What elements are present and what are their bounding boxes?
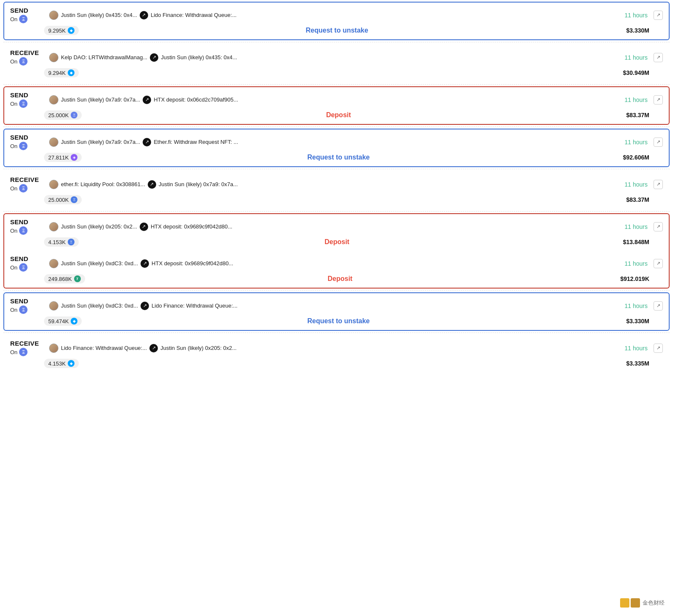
external-link-button[interactable]: ↗	[654, 344, 663, 353]
tx-usd-value: $3.330M	[626, 318, 649, 324]
tx-type-section: SEND On Ξ	[10, 218, 44, 235]
avatar	[49, 180, 58, 189]
tx-action-label: Request to unstake	[82, 317, 595, 325]
tx-type-section: SEND On Ξ	[10, 297, 44, 314]
tx-addresses: Justin Sun (likely) 0xdC3: 0xd... ↗ Lido…	[49, 301, 590, 311]
tx-usd-value: $92.606M	[623, 154, 649, 161]
tx-on-label: On Ξ	[10, 226, 44, 235]
network-eth-icon: Ξ	[19, 305, 28, 314]
tx-addresses: ether.fi: Liquidity Pool: 0x308861... ↗ …	[49, 180, 590, 189]
network-eth-icon: Ξ	[19, 184, 28, 192]
transaction-card: SEND On Ξ Justin Sun (likely) 0x205: 0x2…	[3, 213, 670, 251]
to-address: HTX deposit: 0x9689c9f042d80...	[151, 223, 232, 230]
tx-row-bottom: 9.295K◆ Request to unstake $3.330M	[10, 26, 663, 35]
tx-action-label: Deposit	[79, 238, 595, 246]
avatar	[49, 95, 58, 104]
tx-row-top: SEND On Ξ Justin Sun (likely) 0x7a9: 0x7…	[10, 134, 663, 150]
external-link-button[interactable]: ↗	[654, 138, 663, 147]
tx-right-bottom: $83.37M	[595, 112, 663, 118]
tx-addresses: Justin Sun (likely) 0x205: 0x2... ↗ HTX …	[49, 222, 590, 231]
tx-right-top: 11 hours ↗	[595, 53, 663, 62]
tx-row-bottom: 4.153K◆ $3.335M	[10, 359, 663, 368]
tx-row-bottom: 59.474K◆ Request to unstake $3.330M	[10, 316, 663, 326]
tx-on-label: On Ξ	[10, 15, 44, 23]
transaction-card: RECEIVE On Ξ Kelp DAO: LRTWithdrawalMana…	[3, 44, 670, 82]
tx-type-label: SEND	[10, 255, 44, 262]
tx-type-label: RECEIVE	[10, 176, 44, 183]
network-eth-icon: Ξ	[19, 57, 28, 66]
tx-time: 11 hours	[625, 181, 648, 188]
tx-time: 11 hours	[625, 302, 648, 309]
external-link-button[interactable]: ↗	[654, 11, 663, 20]
tx-row-top: SEND On Ξ Justin Sun (likely) 0xdC3: 0xd…	[10, 255, 663, 272]
to-address: Justin Sun (likely) 0x435: 0x4...	[161, 54, 237, 60]
external-link-button[interactable]: ↗	[654, 222, 663, 231]
eth-icon: Ξ	[68, 239, 74, 245]
nft-icon: ◈	[71, 154, 77, 161]
avatar	[49, 138, 58, 147]
network-eth-icon: Ξ	[19, 142, 28, 150]
arrow-icon: ↗	[141, 302, 149, 310]
tx-addresses: Justin Sun (likely) 0x435: 0x4... ↗ Lido…	[49, 11, 590, 20]
arrow-icon: ↗	[140, 223, 148, 231]
tx-time: 11 hours	[625, 139, 648, 146]
tx-row-top: RECEIVE On Ξ Lido Finance: Withdrawal Qu…	[10, 340, 663, 356]
network-eth-icon: Ξ	[19, 263, 28, 272]
usdt-icon: ₮	[74, 275, 81, 282]
tx-time: 11 hours	[625, 223, 648, 230]
to-address: HTX deposit: 0x06cd2c709af905...	[154, 96, 238, 103]
external-link-button[interactable]: ↗	[654, 259, 663, 268]
tx-time: 11 hours	[625, 54, 648, 61]
avatar	[49, 222, 58, 231]
to-address: Lido Finance: Withdrawal Queue:...	[152, 302, 237, 309]
lido-icon: ◆	[68, 69, 74, 76]
amount-badge: 249.868K₮	[44, 274, 85, 283]
tx-type-label: SEND	[10, 297, 44, 305]
tx-right-top: 11 hours ↗	[595, 180, 663, 189]
external-link-button[interactable]: ↗	[654, 53, 663, 62]
tx-usd-value: $13.848M	[623, 239, 649, 245]
transaction-card: RECEIVE On Ξ Lido Finance: Withdrawal Qu…	[3, 335, 670, 373]
arrow-icon: ↗	[149, 344, 158, 352]
tx-usd-value: $83.37M	[626, 112, 649, 118]
tx-row-bottom: 27.811K◈ Request to unstake $92.606M	[10, 153, 663, 162]
arrow-icon: ↗	[143, 96, 151, 104]
tx-usd-value: $912.019K	[620, 275, 649, 282]
tx-right-top: 11 hours ↗	[595, 344, 663, 353]
tx-addresses: Justin Sun (likely) 0x7a9: 0x7a... ↗ Eth…	[49, 138, 590, 147]
external-link-button[interactable]: ↗	[654, 95, 663, 104]
tx-row-bottom: 4.153KΞ Deposit $13.848M	[10, 237, 663, 247]
external-link-button[interactable]: ↗	[654, 301, 663, 311]
external-link-button[interactable]: ↗	[654, 180, 663, 189]
network-eth-icon: Ξ	[19, 99, 28, 108]
arrow-icon: ↗	[141, 259, 149, 268]
amount-badge: 59.474K◆	[44, 316, 82, 326]
amount-badge: 4.153KΞ	[44, 237, 79, 247]
transaction-card: SEND On Ξ Justin Sun (likely) 0x7a9: 0x7…	[3, 86, 670, 125]
tx-type-section: SEND On Ξ	[10, 255, 44, 272]
from-address: Justin Sun (likely) 0xdC3: 0xd...	[61, 260, 138, 267]
tx-right-top: 11 hours ↗	[595, 95, 663, 104]
tx-right-bottom: $3.330M	[595, 318, 663, 324]
tx-type-section: SEND On Ξ	[10, 134, 44, 150]
to-address: Justin Sun (likely) 0x205: 0x2...	[160, 345, 237, 351]
tx-right-bottom: $3.330M	[595, 27, 663, 34]
amount-badge: 25.000KΞ	[44, 110, 82, 120]
tx-row-top: RECEIVE On Ξ Kelp DAO: LRTWithdrawalMana…	[10, 49, 663, 66]
tx-addresses: Justin Sun (likely) 0xdC3: 0xd... ↗ HTX …	[49, 259, 590, 268]
arrow-icon: ↗	[148, 180, 156, 189]
tx-type-section: RECEIVE On Ξ	[10, 340, 44, 356]
tx-addresses: Justin Sun (likely) 0x7a9: 0x7a... ↗ HTX…	[49, 95, 590, 104]
transaction-card: SEND On Ξ Justin Sun (likely) 0x7a9: 0x7…	[3, 129, 670, 167]
lido-icon: ◆	[68, 360, 74, 367]
tx-action-label: Deposit	[85, 275, 595, 283]
from-address: Justin Sun (likely) 0x7a9: 0x7a...	[61, 96, 140, 103]
tx-action-label: Deposit	[82, 111, 595, 119]
transaction-card: SEND On Ξ Justin Sun (likely) 0xdC3: 0xd…	[3, 251, 670, 289]
tx-row-bottom: 25.000KΞ Deposit $83.37M	[10, 110, 663, 120]
avatar	[49, 259, 58, 268]
tx-right-top: 11 hours ↗	[595, 301, 663, 311]
tx-right-top: 11 hours ↗	[595, 11, 663, 20]
tx-type-section: SEND On Ξ	[10, 91, 44, 108]
tx-right-bottom: $30.949M	[595, 69, 663, 76]
